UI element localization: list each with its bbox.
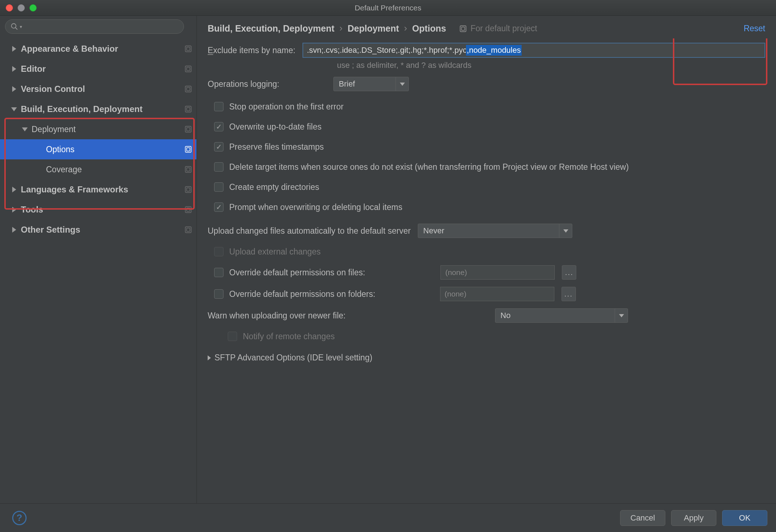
select-value: Brief <box>334 79 360 89</box>
sidebar-item-label: Coverage <box>46 165 184 174</box>
checkbox-delete-target[interactable]: Delete target items when source ones do … <box>208 157 765 177</box>
chevron-right-icon <box>11 206 17 213</box>
sidebar-item-tools[interactable]: Tools <box>0 200 197 220</box>
sidebar-item-languages-frameworks[interactable]: Languages & Frameworks <box>0 179 197 200</box>
svg-rect-8 <box>185 106 191 112</box>
breadcrumb-separator-icon: › <box>404 23 407 34</box>
checkbox-label: Upload external changes <box>229 247 320 257</box>
upload-auto-select[interactable]: Never <box>418 224 572 238</box>
operations-logging-select[interactable]: Brief <box>333 77 409 91</box>
svg-rect-18 <box>185 207 191 213</box>
apply-button[interactable]: Apply <box>671 510 716 526</box>
cancel-button[interactable]: Cancel <box>620 510 665 526</box>
chevron-right-icon <box>11 46 17 52</box>
scope-icon <box>184 125 192 133</box>
scope-icon <box>184 85 192 93</box>
sidebar-item-build-execution-deployment[interactable]: Build, Execution, Deployment <box>0 99 197 119</box>
perm-folders-input[interactable] <box>440 287 554 301</box>
breadcrumb[interactable]: Build, Execution, Deployment <box>208 23 334 34</box>
svg-rect-20 <box>185 227 191 233</box>
sidebar-item-label: Editor <box>21 64 184 74</box>
svg-rect-23 <box>461 27 465 30</box>
checkbox-prompt-overwrite[interactable]: ✓ Prompt when overwriting or deleting lo… <box>208 197 765 217</box>
svg-rect-11 <box>186 127 190 131</box>
svg-rect-17 <box>186 188 190 191</box>
checkbox-icon <box>214 102 223 111</box>
sidebar-item-coverage[interactable]: Coverage <box>0 159 197 179</box>
scope-icon <box>184 145 192 153</box>
ok-button[interactable]: OK <box>722 510 767 526</box>
ellipsis-icon: ... <box>564 290 573 298</box>
checkbox-icon <box>214 162 223 172</box>
perm-files-input[interactable] <box>440 265 555 280</box>
warn-upload-label: Warn when uploading over newer file: <box>208 311 488 321</box>
checkbox-icon <box>214 247 223 256</box>
sidebar-item-appearance[interactable]: Appearance & Behavior <box>0 39 197 59</box>
maximize-window-icon[interactable] <box>29 4 37 11</box>
scope-icon <box>184 226 192 234</box>
sidebar-item-label: Languages & Frameworks <box>21 185 184 195</box>
sidebar: ▾ Appearance & Behavior Editor Version C… <box>0 16 197 503</box>
sidebar-item-label: Build, Execution, Deployment <box>21 104 184 114</box>
chevron-down-icon <box>615 309 628 322</box>
checkbox-preserve-timestamps[interactable]: ✓ Preserve files timestamps <box>208 137 765 157</box>
sidebar-item-deployment[interactable]: Deployment <box>0 119 197 139</box>
exclude-hint: use ; as delimiter, * and ? as wildcards <box>337 61 765 70</box>
svg-rect-7 <box>186 87 190 90</box>
svg-rect-14 <box>185 167 191 173</box>
checkbox-label: Prompt when overwriting or deleting loca… <box>229 202 402 212</box>
perm-folders-browse-button[interactable]: ... <box>562 287 576 301</box>
checkbox-icon <box>228 332 237 341</box>
checkbox-override-perm-folders[interactable]: Override default permissions on folders: <box>208 289 375 299</box>
scope-icon <box>184 206 192 214</box>
checkbox-icon <box>214 268 223 277</box>
exclude-items-input[interactable] <box>302 43 765 58</box>
titlebar: Default Preferences <box>0 0 776 16</box>
checkbox-icon: ✓ <box>214 142 223 151</box>
reset-link[interactable]: Reset <box>744 24 765 33</box>
window-title: Default Preferences <box>0 4 776 12</box>
scope-icon <box>184 65 192 73</box>
sidebar-item-other-settings[interactable]: Other Settings <box>0 220 197 240</box>
svg-rect-4 <box>185 66 191 72</box>
checkbox-create-empty-dirs[interactable]: Create empty directories <box>208 177 765 197</box>
help-button[interactable]: ? <box>12 511 27 525</box>
button-label: Cancel <box>630 513 655 523</box>
perm-files-browse-button[interactable]: ... <box>562 265 576 280</box>
svg-rect-2 <box>185 46 191 52</box>
ellipsis-icon: ... <box>565 268 574 277</box>
sftp-advanced-disclosure[interactable]: SFTP Advanced Options (IDE level setting… <box>208 353 765 363</box>
minimize-window-icon[interactable] <box>18 4 25 11</box>
svg-rect-19 <box>186 208 190 211</box>
breadcrumb-header: Build, Execution, Deployment › Deploymen… <box>197 16 776 38</box>
svg-line-1 <box>15 28 18 30</box>
svg-rect-12 <box>185 146 191 153</box>
checkbox-stop-on-error[interactable]: Stop operation on the first error <box>208 97 765 117</box>
sidebar-item-editor[interactable]: Editor <box>0 59 197 79</box>
scope-icon <box>184 186 192 193</box>
sidebar-item-version-control[interactable]: Version Control <box>0 79 197 99</box>
checkbox-label: Override default permissions on files: <box>229 268 365 277</box>
close-window-icon[interactable] <box>6 4 13 11</box>
window-controls <box>6 4 37 11</box>
search-dropdown-arrow-icon: ▾ <box>20 24 22 29</box>
operations-logging-label: Operations logging: <box>208 79 326 89</box>
breadcrumb[interactable]: Deployment <box>348 23 399 34</box>
chevron-down-icon <box>22 126 28 132</box>
checkbox-label: Notify of remote changes <box>243 332 335 341</box>
sidebar-item-label: Tools <box>21 205 184 215</box>
checkbox-label: Create empty directories <box>229 182 319 192</box>
checkbox-overwrite-uptodate[interactable]: ✓ Overwrite up-to-date files <box>208 117 765 137</box>
checkbox-label: Override default permissions on folders: <box>229 289 375 299</box>
checkbox-label: Stop operation on the first error <box>229 102 343 112</box>
svg-rect-16 <box>185 187 191 193</box>
checkbox-upload-external: Upload external changes <box>208 242 765 262</box>
settings-form: Exclude items by name: ,node_modules use… <box>197 38 776 503</box>
scope-icon <box>459 25 467 33</box>
search-input[interactable]: ▾ <box>5 19 184 34</box>
svg-point-0 <box>11 24 16 28</box>
checkbox-override-perm-files[interactable]: Override default permissions on files: <box>208 268 365 277</box>
for-default-project-label: For default project <box>459 24 537 33</box>
sidebar-item-options[interactable]: Options <box>0 139 197 159</box>
warn-upload-select[interactable]: No <box>495 308 628 323</box>
